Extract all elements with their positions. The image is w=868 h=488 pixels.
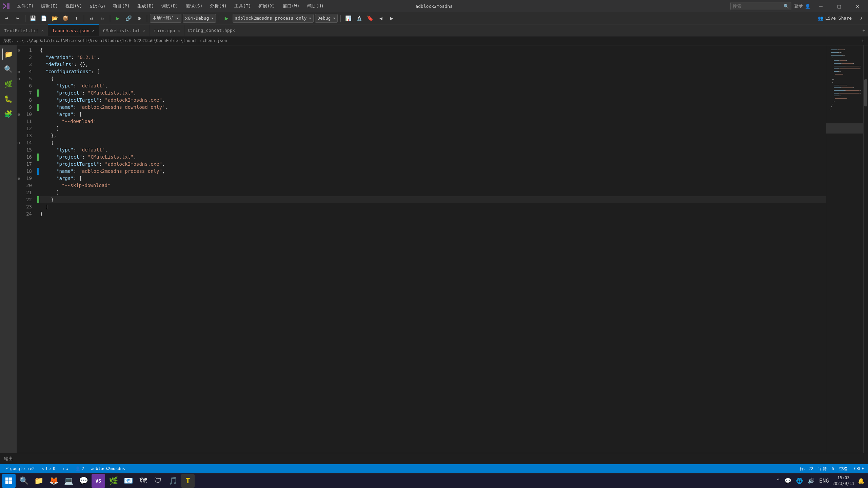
run-target-play-button[interactable]: ▶ (222, 14, 231, 23)
arch-dropdown[interactable]: x64-Debug ▾ (183, 14, 216, 23)
taskbar-vs-button[interactable]: VS (92, 474, 105, 488)
cmake-settings-button[interactable]: ⚙ (135, 14, 144, 23)
tab-close-icon[interactable]: ✕ (92, 28, 95, 33)
redo2-button[interactable]: ↻ (98, 14, 107, 23)
search-input[interactable] (733, 4, 784, 9)
fold-icon-14[interactable]: ⊟ (18, 139, 20, 146)
search-box[interactable]: 🔍 (730, 2, 791, 10)
menu-item-e[interactable]: 编辑(E) (38, 2, 61, 11)
tray-expand-button[interactable]: ^ (775, 477, 781, 485)
diag-button[interactable]: 🔬 (354, 14, 364, 23)
code-content[interactable]: {"version": "0.2.1","defaults": {},"conf… (37, 45, 826, 453)
menu-item-v[interactable]: 视图(V) (62, 2, 85, 11)
run-button[interactable]: ▶ (113, 14, 122, 23)
tab-close-icon[interactable]: ✕ (178, 28, 180, 33)
save-all-button[interactable]: 📄 (39, 14, 48, 23)
taskbar-text-button[interactable]: T (181, 474, 195, 488)
save-button[interactable]: 💾 (28, 14, 38, 23)
git-icon[interactable]: 🌿 (2, 78, 15, 90)
add-tab-button[interactable]: + (860, 24, 868, 36)
tab-close-icon[interactable]: ✕ (143, 28, 145, 33)
search-icon[interactable]: 🔍 (2, 63, 15, 75)
bookmark-next-button[interactable]: ▶ (387, 14, 396, 23)
menu-item-t[interactable]: 工具(T) (231, 2, 254, 11)
breadcrumb-expand-button[interactable]: + (861, 38, 865, 44)
redo-button[interactable]: ↪ (13, 14, 22, 23)
run-target-dropdown[interactable]: adblock2mosdns process only ▾ (233, 14, 314, 23)
fold-icon-1[interactable]: ⊟ (18, 47, 20, 54)
tab-main-cpp[interactable]: main.cpp✕ (150, 24, 185, 36)
debug-icon[interactable]: 🐛 (2, 93, 15, 105)
folder-open-button[interactable]: 📂 (50, 14, 59, 23)
menu-item-p[interactable]: 项目(P) (110, 2, 133, 11)
notification-icon[interactable]: 🔔 (856, 477, 866, 485)
menu-item-d[interactable]: 调试(D) (158, 2, 181, 11)
tray-network-icon[interactable]: 🌐 (795, 477, 804, 485)
tray-wechat-icon[interactable]: 💬 (783, 477, 793, 485)
perf-button[interactable]: 📊 (343, 14, 353, 23)
explorer-icon[interactable]: 📁 (2, 48, 15, 60)
extensions-icon[interactable]: 🧩 (2, 108, 15, 120)
extra-tab-close[interactable]: ✕ (233, 28, 235, 33)
minimize-button[interactable]: ─ (813, 0, 829, 12)
fold-icon-4[interactable]: ⊟ (18, 68, 20, 75)
undo-button[interactable]: ↩ (2, 14, 12, 23)
tab-launch-vs-json[interactable]: launch.vs.json✕ (48, 24, 99, 36)
tab-cmakelists-txt[interactable]: CMakeLists.txt✕ (99, 24, 150, 36)
taskbar-media-button[interactable]: 🎵 (166, 474, 180, 488)
bookmark-button[interactable]: 🔖 (365, 14, 375, 23)
fold-icon-10[interactable]: ⊟ (18, 111, 20, 118)
git-branch-item[interactable]: ⎇ google-re2 (3, 466, 36, 471)
extra-tab[interactable]: string_concat.hpp ✕ (184, 24, 238, 36)
login-area[interactable]: 登录 👤 (794, 3, 810, 9)
menu-item-n[interactable]: 分析(N) (206, 2, 230, 11)
taskbar-explorer-button[interactable]: 📁 (32, 474, 45, 488)
taskbar-search-button[interactable]: 🔍 (17, 474, 31, 488)
start-button[interactable] (2, 474, 16, 488)
taskbar-shield-button[interactable]: 🛡 (151, 474, 165, 488)
taskbar-mail-button[interactable]: 📧 (121, 474, 135, 488)
error-item[interactable]: ✕ 1 ⚠ 0 (40, 466, 57, 471)
clock-area[interactable]: 15:03 2023/9/11 (832, 475, 854, 487)
menu-item-h[interactable]: 帮助(H) (303, 2, 327, 11)
tray-lang-label[interactable]: ENG (818, 477, 830, 485)
sync-item[interactable]: ↑ ↓ (61, 466, 70, 471)
menu-item-s[interactable]: 测试(S) (182, 2, 206, 11)
bookmark-prev-button[interactable]: ◀ (376, 14, 386, 23)
liveshare-button[interactable]: 👥 Live Share (814, 14, 855, 22)
tab-textfile1-txt[interactable]: TextFile1.txt✕ (0, 24, 48, 36)
build-config-dropdown[interactable]: Debug ▾ (315, 14, 338, 23)
close-button[interactable]: ✕ (850, 0, 865, 12)
fold-icon-5[interactable]: ⊟ (18, 75, 20, 82)
right-scrollbar[interactable] (863, 45, 868, 453)
attach-button[interactable]: 🔗 (124, 14, 133, 23)
taskbar-browser-button[interactable]: 🦊 (47, 474, 60, 488)
fold-icon-19[interactable]: ⊟ (18, 175, 20, 182)
project-item[interactable]: adblock2mosdns (90, 466, 126, 471)
contributor-item[interactable]: 👤 2 (74, 466, 85, 471)
taskbar-maps-button[interactable]: 🗺 (136, 474, 150, 488)
menu-item-gitg[interactable]: Git(G) (86, 2, 109, 10)
menu-item-f[interactable]: 文件(F) (14, 2, 37, 11)
tab-close-icon[interactable]: ✕ (41, 28, 44, 33)
taskbar-git-button[interactable]: 🌿 (106, 474, 120, 488)
extension-button[interactable]: ⚡ (856, 14, 866, 23)
scrollbar-thumb[interactable] (864, 79, 867, 106)
git-commit-button[interactable]: 📦 (61, 14, 70, 23)
menu-item-b[interactable]: 生成(B) (134, 2, 157, 11)
menu-item-x[interactable]: 扩展(X) (255, 2, 278, 11)
line-col-item[interactable]: 行: 22 字符: 6 空格 (798, 466, 849, 472)
undo2-button[interactable]: ↺ (87, 14, 96, 23)
encoding-item[interactable]: CRLF (853, 466, 865, 471)
git-push-button[interactable]: ⬆ (72, 14, 81, 23)
token-j-brace: {} (80, 61, 85, 68)
token-j-key: "args" (56, 175, 74, 182)
menu-item-w[interactable]: 窗口(W) (279, 2, 303, 11)
restore-button[interactable]: □ (831, 0, 847, 12)
token-j-brace: { (51, 75, 54, 82)
git-branch-label: google-re2 (10, 466, 35, 471)
taskbar-terminal-button[interactable]: 💻 (62, 474, 75, 488)
tray-volume-icon[interactable]: 🔊 (806, 477, 816, 485)
target-dropdown[interactable]: 本地计算机 ▾ (150, 14, 181, 23)
taskbar-wechat-button[interactable]: 💬 (77, 474, 90, 488)
